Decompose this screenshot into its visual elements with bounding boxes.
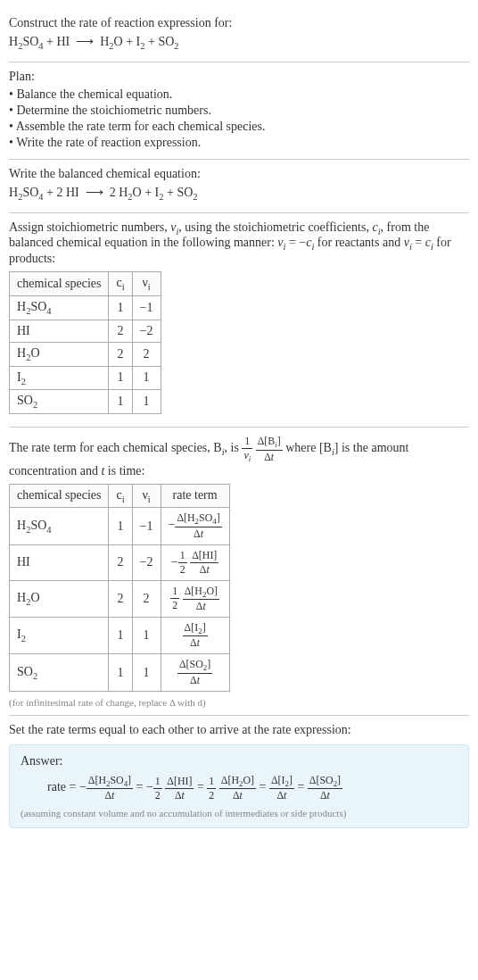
table-row: H2O2212 Δ[H2O]Δt: [10, 580, 230, 617]
cell: H2O: [10, 342, 109, 366]
table-header: rate term: [161, 484, 229, 508]
balanced-equation: H2SO4 + 2 HI ⟶ 2 H2O + I2 + SO2: [9, 185, 469, 202]
cell: I2: [10, 366, 109, 390]
table-row: SO211: [10, 390, 161, 414]
table-row: HI2−2−12 Δ[HI]Δt: [10, 544, 230, 580]
cell: 1: [109, 654, 132, 691]
cell: H2O: [10, 580, 109, 617]
table-row: I211: [10, 366, 161, 390]
cell: 1: [132, 654, 161, 691]
cell: 2: [109, 544, 132, 580]
table-header: ci: [109, 484, 132, 508]
cell: SO2: [10, 390, 109, 414]
cell: 12 Δ[H2O]Δt: [161, 580, 229, 617]
answer-title: Answer:: [21, 754, 457, 768]
plan-bullet: • Balance the chemical equation.: [9, 87, 469, 102]
intro-section: Construct the rate of reaction expressio…: [9, 9, 469, 62]
plan-section: Plan: • Balance the chemical equation. •…: [9, 62, 469, 160]
table-header: ci: [109, 272, 132, 296]
cell: HI: [10, 320, 109, 342]
stoich-table: chemical species ci νi H2SO41−1 HI2−2 H2…: [9, 271, 161, 414]
set-equal-section: Set the rate terms equal to each other t…: [9, 716, 469, 835]
cell: 1: [109, 618, 132, 654]
cell: 1: [109, 366, 132, 390]
cell: HI: [10, 544, 109, 580]
balanced-section: Write the balanced chemical equation: H2…: [9, 160, 469, 213]
table-header: νi: [132, 484, 161, 508]
cell: H2SO4: [10, 508, 109, 544]
answer-note: (assuming constant volume and no accumul…: [21, 808, 457, 818]
cell: 1: [109, 295, 132, 320]
cell: Δ[I2]Δt: [161, 618, 229, 654]
table-row: H2O22: [10, 342, 161, 366]
cell: 1: [132, 366, 161, 390]
cell: 2: [109, 342, 132, 366]
cell: Δ[SO2]Δt: [161, 654, 229, 691]
cell: −Δ[H2SO4]Δt: [161, 508, 229, 544]
table-row: H2SO41−1−Δ[H2SO4]Δt: [10, 508, 230, 544]
cell: 1: [132, 618, 161, 654]
table-header: chemical species: [10, 272, 109, 296]
cell: −12 Δ[HI]Δt: [161, 544, 229, 580]
table-row: SO211Δ[SO2]Δt: [10, 654, 230, 691]
plan-title: Plan:: [9, 70, 469, 84]
cell: 2: [132, 580, 161, 617]
cell: 2: [132, 342, 161, 366]
balanced-text: Write the balanced chemical equation:: [9, 167, 469, 181]
rate-term-section: The rate term for each chemical species,…: [9, 428, 469, 716]
table-row: I211Δ[I2]Δt: [10, 618, 230, 654]
table-header: νi: [132, 272, 161, 296]
cell: 1: [109, 390, 132, 414]
cell: −2: [132, 320, 161, 342]
set-equal-text: Set the rate terms equal to each other t…: [9, 723, 469, 737]
rate-term-table: chemical species ci νi rate term H2SO41−…: [9, 484, 230, 692]
plan-bullet: • Write the rate of reaction expression.: [9, 136, 469, 150]
table-header: chemical species: [10, 484, 109, 508]
cell: I2: [10, 618, 109, 654]
cell: 1: [132, 390, 161, 414]
infinitesimal-note: (for infinitesimal rate of change, repla…: [9, 697, 469, 708]
assign-section: Assign stoichiometric numbers, νi, using…: [9, 213, 469, 428]
cell: 1: [109, 508, 132, 544]
assign-text: Assign stoichiometric numbers, νi, using…: [9, 220, 469, 267]
unbalanced-equation: H2SO4 + HI ⟶ H2O + I2 + SO2: [9, 34, 469, 51]
plan-bullet: • Assemble the rate term for each chemic…: [9, 120, 469, 134]
answer-box: Answer: rate = −Δ[H2SO4]Δt = −12 Δ[HI]Δt…: [9, 744, 469, 828]
table-row: H2SO41−1: [10, 295, 161, 320]
rate-expression: rate = −Δ[H2SO4]Δt = −12 Δ[HI]Δt = 12 Δ[…: [47, 774, 457, 802]
cell: 2: [109, 580, 132, 617]
rate-term-text: The rate term for each chemical species,…: [9, 435, 469, 478]
cell: SO2: [10, 654, 109, 691]
cell: H2SO4: [10, 295, 109, 320]
plan-bullet: • Determine the stoichiometric numbers.: [9, 104, 469, 118]
cell: −2: [132, 544, 161, 580]
cell: −1: [132, 508, 161, 544]
cell: 2: [109, 320, 132, 342]
table-row: HI2−2: [10, 320, 161, 342]
intro-text: Construct the rate of reaction expressio…: [9, 16, 469, 30]
cell: −1: [132, 295, 161, 320]
